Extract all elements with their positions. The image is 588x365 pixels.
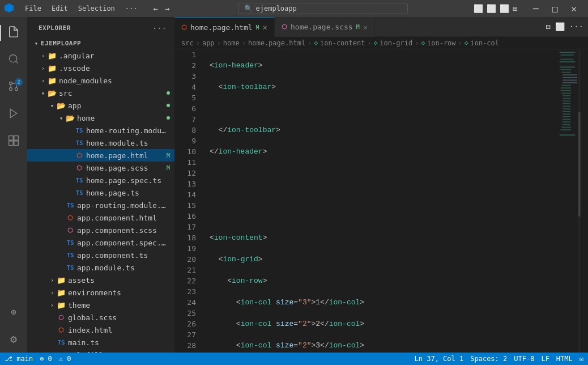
svg-rect-30 [563,106,570,107]
tree-environments[interactable]: › 📁 environments [27,286,174,299]
layout-icon-3[interactable]: ⬜ [500,4,509,13]
svg-rect-26 [563,95,570,96]
svg-point-3 [10,82,12,84]
breadcrumb-ion-content[interactable]: ion-content [320,39,365,47]
split-editor-icon[interactable]: ⊟ [546,22,550,31]
breadcrumb-ion-col[interactable]: ion-col [470,39,499,47]
activity-debug[interactable] [0,101,27,128]
close-button[interactable]: ✕ [564,0,583,17]
tree-home[interactable]: ▾ 📂 home [27,112,174,124]
code-editor[interactable]: <ion-header> <ion-toolbar> </ion-toolbar… [201,49,554,353]
tree-home-module[interactable]: TS home.module.ts [27,137,174,149]
search-bar-container: 🔍 ejemploapp [176,3,468,14]
breadcrumb-sep-4: › [308,39,312,47]
breadcrumb-sep-2: › [217,39,221,47]
tab-home-html[interactable]: ⬡ home.page.html M ✕ [174,17,275,37]
menu-file[interactable]: File [20,3,46,14]
breadcrumb-ion-grid[interactable]: ion-grid [380,39,412,47]
tree-assets[interactable]: › 📁 assets [27,274,174,286]
html-icon: ⬡ [75,152,84,159]
layout-icon-4[interactable]: ⊞ [513,4,517,13]
language-status[interactable]: HTML [556,355,573,363]
assets-label: assets [68,276,170,285]
src-dot-badge [167,91,170,95]
nav-forward[interactable]: → [163,4,172,13]
tree-polyfills-ts[interactable]: TS polyfills.ts [27,349,174,353]
activity-remote[interactable]: ⊕ [0,298,27,325]
feedback-status[interactable]: ✉ [580,355,583,363]
scss-icon-global: ⬡ [57,314,66,321]
tree-app-routing[interactable]: TS app-routing.module.ts [27,199,174,211]
activity-search[interactable] [0,46,27,74]
tree-root[interactable]: ▾ EJEMPLOAPP [27,37,174,49]
minimize-button[interactable]: ─ [526,0,546,17]
code-line-2: <ion-toolbar> [210,82,554,92]
breadcrumb-app[interactable]: app [202,39,215,47]
warnings-status[interactable]: ⚠ 0 [59,355,71,363]
maximize-button[interactable]: □ [546,0,565,17]
line-ending-status[interactable]: LF [541,355,549,363]
tab-home-html-close[interactable]: ✕ [263,23,267,32]
breadcrumb-ion-row[interactable]: ion-row [427,39,456,47]
tree-home-page-html[interactable]: ⬡ home.page.html M [27,149,174,162]
layout-icon-2[interactable]: ⬜ [487,4,496,13]
tree-main-ts[interactable]: TS main.ts [27,336,174,349]
editor-more-icon[interactable]: ··· [569,22,583,31]
cursor-position-status[interactable]: Ln 37, Col 1 [415,355,464,363]
angular-label: .angular [59,52,170,60]
tree-node-modules[interactable]: › 📁 node_modules [27,74,174,87]
tree-index-html[interactable]: ⬡ index.html [27,324,174,336]
sidebar-more-icon[interactable]: ··· [151,23,168,34]
menu-bar: File Edit Selection ··· [20,3,142,14]
tree-app-comp-ts[interactable]: TS app.component.ts [27,249,174,261]
tree-app-module-ts[interactable]: TS app.module.ts [27,261,174,274]
activity-bar: 2 ⊕ ⚙ [0,17,27,353]
sidebar-header: EXPLORER ··· [27,17,174,37]
tree-home-page-spec[interactable]: TS home.page.spec.ts [27,174,174,186]
src-label: src [59,89,164,97]
spaces-status[interactable]: Spaces: 2 [470,355,507,363]
menu-more[interactable]: ··· [121,3,142,14]
layout-icon-1[interactable]: ⬜ [474,4,483,13]
breadcrumb-src[interactable]: src [181,39,194,47]
svg-rect-11 [560,52,576,53]
tree-app[interactable]: ▾ 📂 app [27,99,174,112]
tree-home-page-ts[interactable]: TS home.page.ts [27,186,174,199]
tree-vscode[interactable]: › 📁 .vscode [27,62,174,74]
tree-app-comp-scss[interactable]: ⬡ app.component.scss [27,224,174,236]
git-branch-status[interactable]: ⎇ main [5,355,33,363]
breadcrumb-file[interactable]: home.page.html [248,39,305,47]
activity-extensions[interactable] [0,128,27,155]
tree-angular[interactable]: › 📁 .angular [27,49,174,62]
ln-2: 2 [174,60,196,71]
home-arrow: ▾ [57,115,66,121]
activity-settings[interactable]: ⚙ [0,325,27,353]
errors-status[interactable]: ⊗ 0 [40,355,52,363]
encoding-status[interactable]: UTF-8 [514,355,534,363]
tree-theme[interactable]: › 📁 theme [27,299,174,311]
tree-app-comp-html[interactable]: ⬡ app.component.html [27,211,174,224]
ln-25: 25 [174,308,196,319]
tab-home-scss-close[interactable]: ✕ [363,23,368,32]
tree-global-scss[interactable]: ⬡ global.scss [27,311,174,324]
activity-explorer[interactable] [0,19,27,46]
nav-back[interactable]: ← [151,4,160,13]
home-page-scss-badge: M [167,165,170,171]
tree-home-page-scss[interactable]: ⬡ home.page.scss M [27,162,174,174]
menu-edit[interactable]: Edit [47,3,73,14]
tree-src[interactable]: ▾ 📂 src [27,87,174,99]
editor-layout-icon[interactable]: ⬜ [555,22,565,31]
tree-app-comp-spec[interactable]: TS app.component.spec.ts [27,236,174,249]
menu-selection[interactable]: Selection [74,3,120,14]
tab-home-scss[interactable]: ⬡ home.page.scss M ✕ [275,17,375,37]
app-comp-ts-label: app.component.ts [77,251,170,260]
extensions-icon [8,135,19,149]
svg-rect-22 [561,85,571,86]
search-input-display[interactable]: 🔍 ejemploapp [238,3,408,14]
breadcrumb-home[interactable]: home [223,39,240,47]
tree-home-routing[interactable]: TS home-routing.module.ts [27,124,174,137]
svg-rect-14 [560,61,576,62]
code-line-14: <ion-col size="2">3</ion-col> [210,340,554,351]
svg-rect-27 [563,98,570,99]
activity-git[interactable]: 2 [0,74,27,101]
